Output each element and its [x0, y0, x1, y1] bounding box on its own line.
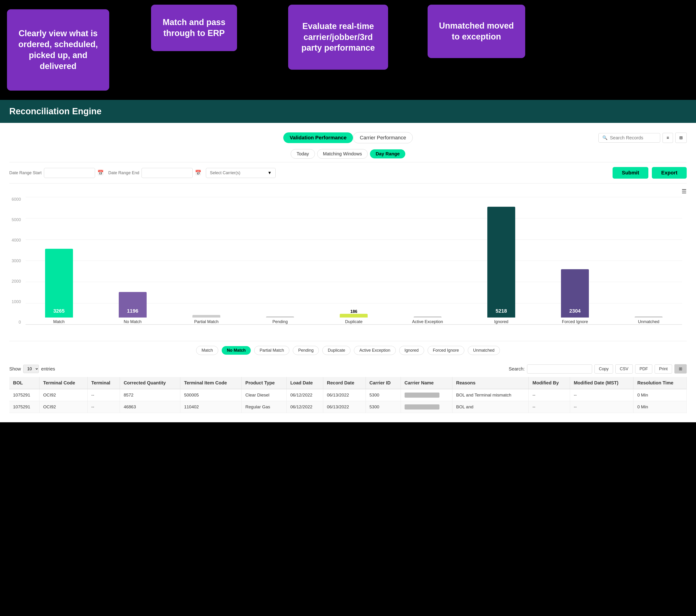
- entries-label: entries: [41, 366, 55, 372]
- bar-unmatched[interactable]: [635, 317, 663, 318]
- cf-tab-ignored[interactable]: Ignored: [399, 346, 424, 355]
- search-records-btn2[interactable]: ⊞: [675, 133, 687, 143]
- bar-group-duplicate[interactable]: 186 Duplicate: [320, 197, 387, 324]
- table-controls: Show 10 25 50 entries Search: Copy CSV P…: [9, 364, 687, 373]
- tabs-row: Validation Performance Carrier Performan…: [9, 128, 687, 146]
- bar-label-pending: Pending: [272, 319, 288, 324]
- filter-row: Today Matching Windows Day Range: [9, 146, 687, 162]
- bar-ignored[interactable]: 5218: [487, 207, 515, 318]
- table-search-area: Search: Copy CSV PDF Print ⊞: [509, 364, 687, 373]
- chart-bars-area: 3265 Match 1196 No Match Parti: [26, 197, 682, 325]
- bar-duplicate[interactable]: 186: [340, 314, 368, 318]
- annotation-box-3: Evaluate real-time carrier/jobber/3rd pa…: [288, 5, 388, 70]
- cell-terminal-code: OCI92: [39, 389, 88, 401]
- bar-group-unmatched[interactable]: Unmatched: [615, 197, 682, 324]
- cell-carrier-name: [401, 389, 452, 401]
- bar-group-forced-ignore[interactable]: 2304 Forced Ignore: [542, 197, 608, 324]
- search-records-area: 🔍 ≡ ⊞: [598, 133, 687, 143]
- col-record-date: Record Date: [323, 377, 366, 389]
- tab-validation-performance[interactable]: Validation Performance: [283, 132, 353, 143]
- bar-group-pending[interactable]: Pending: [247, 197, 314, 324]
- cf-tab-active-exception[interactable]: Active Exception: [354, 346, 396, 355]
- date-range-start-field: Date Range Start 📅: [9, 168, 104, 178]
- tab-carrier-performance[interactable]: Carrier Performance: [353, 132, 413, 143]
- cell-terminal-item-code: 500005: [180, 389, 242, 401]
- table-search-input[interactable]: [527, 364, 592, 373]
- carrier-select-placeholder: Select Carrier(s): [210, 171, 240, 175]
- cell-product-type: Clear Diesel: [241, 389, 286, 401]
- cf-tab-duplicate[interactable]: Duplicate: [322, 346, 350, 355]
- table-row: 1075291 OCI92 -- 8572 500005 Clear Diese…: [9, 389, 687, 401]
- data-table: BOL Terminal Code Terminal Corrected Qua…: [9, 377, 687, 413]
- chart-section: ☰ 0 1000 2000 3000 4000 5000 6000: [9, 183, 687, 341]
- col-product-type: Product Type: [241, 377, 286, 389]
- bar-active-exception[interactable]: [414, 317, 442, 318]
- csv-button[interactable]: CSV: [615, 364, 633, 373]
- app-header: Reconciliation Engine: [0, 100, 696, 123]
- submit-button[interactable]: Submit: [613, 167, 649, 179]
- bar-label-ignored: Ignored: [494, 319, 508, 324]
- cf-tab-partial-match[interactable]: Partial Match: [254, 346, 289, 355]
- copy-button[interactable]: Copy: [595, 364, 613, 373]
- extra-btn[interactable]: ⊞: [675, 364, 687, 373]
- bar-partial-match[interactable]: [192, 315, 220, 318]
- col-resolution-time: Resolution Time: [633, 377, 687, 389]
- col-terminal-item-code: Terminal Item Code: [180, 377, 242, 389]
- export-button[interactable]: Export: [652, 167, 687, 179]
- show-entries: Show 10 25 50 entries: [9, 365, 55, 373]
- bar-group-active-exception[interactable]: Active Exception: [394, 197, 461, 324]
- cf-tab-pending[interactable]: Pending: [293, 346, 319, 355]
- date-range-start-label: Date Range Start: [9, 171, 42, 175]
- bar-label-match: Match: [53, 319, 65, 324]
- cell-reasons: BOL and Terminal mismatch: [452, 389, 529, 401]
- cf-tab-match[interactable]: Match: [196, 346, 218, 355]
- bar-label-unmatched: Unmatched: [638, 319, 659, 324]
- filter-today[interactable]: Today: [291, 149, 315, 159]
- cf-tab-no-match[interactable]: No Match: [222, 346, 251, 355]
- date-range-end-label: Date Range End: [108, 171, 139, 175]
- search-records-input[interactable]: [610, 135, 656, 141]
- cell-modified-date: --: [570, 401, 633, 413]
- col-carrier-name: Carrier Name: [401, 377, 452, 389]
- calendar-start-icon[interactable]: 📅: [97, 170, 104, 176]
- bar-group-match[interactable]: 3265 Match: [26, 197, 92, 324]
- date-range-start-input[interactable]: [44, 168, 95, 178]
- cell-carrier-name: [401, 401, 452, 413]
- pdf-button[interactable]: PDF: [635, 364, 652, 373]
- col-modified-date: Modified Date (MST): [570, 377, 633, 389]
- form-row: Date Range Start 📅 Date Range End 📅 Sele…: [9, 162, 687, 183]
- cell-reasons: BOL and: [452, 401, 529, 413]
- col-reasons: Reasons: [452, 377, 529, 389]
- bar-match[interactable]: 3265: [45, 249, 73, 318]
- cf-tab-unmatched[interactable]: Unmatched: [468, 346, 500, 355]
- form-actions: Submit Export: [613, 167, 687, 179]
- cell-terminal-item-code: 110402: [180, 401, 242, 413]
- carrier-select-dropdown[interactable]: Select Carrier(s) ▼: [206, 168, 275, 178]
- cell-product-type: Regular Gas: [241, 401, 286, 413]
- cell-resolution-time: 0 Min: [633, 401, 687, 413]
- filter-day-range[interactable]: Day Range: [370, 149, 405, 158]
- table-row: 1075291 OCI92 -- 46863 110402 Regular Ga…: [9, 401, 687, 413]
- date-range-end-input[interactable]: [142, 168, 193, 178]
- chevron-down-icon: ▼: [268, 171, 272, 175]
- chart-y-axis: 0 1000 2000 3000 4000 5000 6000: [9, 197, 23, 325]
- bar-group-partial-match[interactable]: Partial Match: [173, 197, 240, 324]
- print-button[interactable]: Print: [655, 364, 672, 373]
- search-records-btn1[interactable]: ≡: [663, 133, 673, 143]
- cell-modified-date: --: [570, 389, 633, 401]
- search-icon: 🔍: [602, 135, 607, 140]
- calendar-end-icon[interactable]: 📅: [195, 170, 201, 176]
- chart-menu-icon[interactable]: ☰: [682, 188, 687, 195]
- filter-matching-windows[interactable]: Matching Windows: [317, 149, 368, 159]
- entries-select[interactable]: 10 25 50: [23, 365, 39, 373]
- bar-pending[interactable]: [266, 317, 294, 318]
- cf-tab-forced-ignore[interactable]: Forced Ignore: [428, 346, 464, 355]
- search-records-box: 🔍: [598, 133, 660, 143]
- bar-group-no-match[interactable]: 1196 No Match: [99, 197, 166, 324]
- cell-terminal: --: [88, 401, 120, 413]
- cell-corrected-qty: 8572: [120, 389, 180, 401]
- bar-group-ignored[interactable]: 5218 Ignored: [468, 197, 535, 324]
- cell-resolution-time: 0 Min: [633, 389, 687, 401]
- bar-forced-ignore[interactable]: 2304: [561, 269, 589, 318]
- bar-no-match[interactable]: 1196: [119, 292, 147, 318]
